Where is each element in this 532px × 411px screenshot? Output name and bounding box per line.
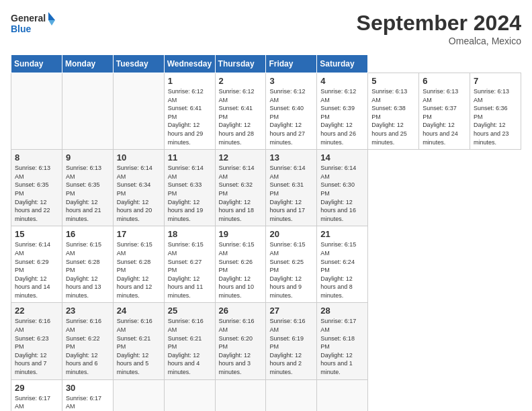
day-info: Sunrise: 6:15 AM Sunset: 6:24 PM Dayligh… xyxy=(320,240,364,300)
day-number: 1 xyxy=(168,76,212,86)
day-info: Sunrise: 6:17 AM Sunset: 6:18 PM Dayligh… xyxy=(320,317,364,376)
calendar-day-cell: 11Sunrise: 6:14 AM Sunset: 6:33 PM Dayli… xyxy=(164,150,215,226)
calendar-day-cell: 21Sunrise: 6:15 AM Sunset: 6:24 PM Dayli… xyxy=(317,226,368,303)
calendar-week-row: 15Sunrise: 6:14 AM Sunset: 6:29 PM Dayli… xyxy=(11,226,521,303)
day-number: 19 xyxy=(219,229,263,239)
calendar-day-cell: 3Sunrise: 6:12 AM Sunset: 6:40 PM Daylig… xyxy=(266,73,317,150)
header-day: Wednesday xyxy=(164,55,215,73)
day-info: Sunrise: 6:15 AM Sunset: 6:28 PM Dayligh… xyxy=(117,240,161,300)
calendar-week-row: 1Sunrise: 6:12 AM Sunset: 6:41 PM Daylig… xyxy=(11,73,521,150)
day-number: 7 xyxy=(474,76,517,86)
day-info: Sunrise: 6:15 AM Sunset: 6:27 PM Dayligh… xyxy=(168,240,212,300)
day-number: 17 xyxy=(117,229,161,239)
day-info: Sunrise: 6:14 AM Sunset: 6:31 PM Dayligh… xyxy=(269,164,313,223)
day-number: 2 xyxy=(219,76,263,86)
day-number: 20 xyxy=(269,229,313,239)
day-info: Sunrise: 6:13 AM Sunset: 6:36 PM Dayligh… xyxy=(474,87,517,146)
calendar-day-cell: 16Sunrise: 6:15 AM Sunset: 6:28 PM Dayli… xyxy=(62,226,113,303)
day-number: 27 xyxy=(269,306,313,316)
calendar-day-cell: 27Sunrise: 6:16 AM Sunset: 6:19 PM Dayli… xyxy=(266,303,317,379)
calendar-day-cell: 5Sunrise: 6:13 AM Sunset: 6:38 PM Daylig… xyxy=(368,73,419,150)
calendar-day-cell: 18Sunrise: 6:15 AM Sunset: 6:27 PM Dayli… xyxy=(164,226,215,303)
calendar-day-cell: 8Sunrise: 6:13 AM Sunset: 6:35 PM Daylig… xyxy=(11,150,62,226)
day-info: Sunrise: 6:13 AM Sunset: 6:35 PM Dayligh… xyxy=(15,164,58,223)
calendar-day-cell: 23Sunrise: 6:16 AM Sunset: 6:22 PM Dayli… xyxy=(62,303,113,379)
day-number: 25 xyxy=(168,306,212,316)
calendar-day-cell: 22Sunrise: 6:16 AM Sunset: 6:23 PM Dayli… xyxy=(11,303,62,379)
day-number: 10 xyxy=(117,152,161,163)
day-info: Sunrise: 6:15 AM Sunset: 6:28 PM Dayligh… xyxy=(66,240,109,300)
day-info: Sunrise: 6:17 AM Sunset: 6:16 PM Dayligh… xyxy=(66,394,109,411)
calendar-day-cell: 10Sunrise: 6:14 AM Sunset: 6:34 PM Dayli… xyxy=(113,150,164,226)
svg-marker-3 xyxy=(48,20,55,26)
day-number: 18 xyxy=(168,229,212,239)
logo: General Blue xyxy=(11,11,58,40)
calendar-week-row: 29Sunrise: 6:17 AM Sunset: 6:17 PM Dayli… xyxy=(11,379,521,411)
header-day: Saturday xyxy=(317,55,368,73)
calendar-day-cell: 29Sunrise: 6:17 AM Sunset: 6:17 PM Dayli… xyxy=(11,379,62,411)
day-number: 15 xyxy=(15,229,58,239)
day-info: Sunrise: 6:13 AM Sunset: 6:38 PM Dayligh… xyxy=(371,87,415,146)
day-number: 16 xyxy=(66,229,109,239)
day-number: 29 xyxy=(15,383,58,393)
calendar-week-row: 22Sunrise: 6:16 AM Sunset: 6:23 PM Dayli… xyxy=(11,303,521,379)
calendar-day-cell: 28Sunrise: 6:17 AM Sunset: 6:18 PM Dayli… xyxy=(317,303,368,379)
calendar-day-cell: 12Sunrise: 6:14 AM Sunset: 6:32 PM Dayli… xyxy=(215,150,266,226)
day-number: 5 xyxy=(371,76,415,86)
title-area: September 2024 Omealca, Mexico xyxy=(357,11,521,46)
day-info: Sunrise: 6:14 AM Sunset: 6:34 PM Dayligh… xyxy=(117,164,161,223)
day-number: 8 xyxy=(15,152,58,163)
svg-marker-2 xyxy=(48,12,55,20)
calendar-day-cell: 19Sunrise: 6:15 AM Sunset: 6:26 PM Dayli… xyxy=(215,226,266,303)
day-number: 3 xyxy=(269,76,313,86)
calendar-day-cell: 6Sunrise: 6:13 AM Sunset: 6:37 PM Daylig… xyxy=(419,73,470,150)
day-info: Sunrise: 6:16 AM Sunset: 6:21 PM Dayligh… xyxy=(117,317,161,376)
calendar-day-cell xyxy=(317,379,368,411)
day-number: 9 xyxy=(66,152,109,163)
day-number: 26 xyxy=(219,306,263,316)
calendar-day-cell: 1Sunrise: 6:12 AM Sunset: 6:41 PM Daylig… xyxy=(164,73,215,150)
day-number: 22 xyxy=(15,306,58,316)
calendar-day-cell: 2Sunrise: 6:12 AM Sunset: 6:41 PM Daylig… xyxy=(215,73,266,150)
calendar-day-cell: 30Sunrise: 6:17 AM Sunset: 6:16 PM Dayli… xyxy=(62,379,113,411)
calendar-day-cell: 26Sunrise: 6:16 AM Sunset: 6:20 PM Dayli… xyxy=(215,303,266,379)
calendar-day-cell xyxy=(113,379,164,411)
day-info: Sunrise: 6:13 AM Sunset: 6:37 PM Dayligh… xyxy=(423,87,466,146)
day-info: Sunrise: 6:12 AM Sunset: 6:41 PM Dayligh… xyxy=(219,87,263,146)
header-day: Tuesday xyxy=(113,55,164,73)
calendar-day-cell: 25Sunrise: 6:16 AM Sunset: 6:21 PM Dayli… xyxy=(164,303,215,379)
calendar-day-cell xyxy=(266,379,317,411)
day-info: Sunrise: 6:12 AM Sunset: 6:40 PM Dayligh… xyxy=(269,87,313,146)
logo-svg: General Blue xyxy=(11,11,58,40)
calendar-day-cell: 17Sunrise: 6:15 AM Sunset: 6:28 PM Dayli… xyxy=(113,226,164,303)
calendar-day-cell: 7Sunrise: 6:13 AM Sunset: 6:36 PM Daylig… xyxy=(470,73,521,150)
day-info: Sunrise: 6:14 AM Sunset: 6:29 PM Dayligh… xyxy=(15,240,58,300)
day-number: 23 xyxy=(66,306,109,316)
calendar-day-cell: 4Sunrise: 6:12 AM Sunset: 6:39 PM Daylig… xyxy=(317,73,368,150)
day-info: Sunrise: 6:16 AM Sunset: 6:21 PM Dayligh… xyxy=(168,317,212,376)
svg-text:General: General xyxy=(11,13,46,24)
calendar-day-cell xyxy=(11,73,62,150)
calendar-day-cell xyxy=(164,379,215,411)
calendar-day-cell: 14Sunrise: 6:14 AM Sunset: 6:30 PM Dayli… xyxy=(317,150,368,226)
header-day: Sunday xyxy=(11,55,62,73)
calendar-day-cell: 24Sunrise: 6:16 AM Sunset: 6:21 PM Dayli… xyxy=(113,303,164,379)
header-day: Monday xyxy=(62,55,113,73)
calendar-day-cell: 9Sunrise: 6:13 AM Sunset: 6:35 PM Daylig… xyxy=(62,150,113,226)
day-info: Sunrise: 6:14 AM Sunset: 6:33 PM Dayligh… xyxy=(168,164,212,223)
calendar-day-cell: 20Sunrise: 6:15 AM Sunset: 6:25 PM Dayli… xyxy=(266,226,317,303)
calendar-week-row: 8Sunrise: 6:13 AM Sunset: 6:35 PM Daylig… xyxy=(11,150,521,226)
day-number: 24 xyxy=(117,306,161,316)
calendar-table: SundayMondayTuesdayWednesdayThursdayFrid… xyxy=(11,54,521,411)
calendar-day-cell: 15Sunrise: 6:14 AM Sunset: 6:29 PM Dayli… xyxy=(11,226,62,303)
day-info: Sunrise: 6:16 AM Sunset: 6:19 PM Dayligh… xyxy=(269,317,313,376)
day-number: 4 xyxy=(320,76,364,86)
day-number: 6 xyxy=(423,76,466,86)
month-title: September 2024 xyxy=(357,11,521,36)
day-number: 21 xyxy=(320,229,364,239)
day-info: Sunrise: 6:16 AM Sunset: 6:23 PM Dayligh… xyxy=(15,317,58,376)
svg-text:Blue: Blue xyxy=(11,24,32,34)
day-info: Sunrise: 6:13 AM Sunset: 6:35 PM Dayligh… xyxy=(66,164,109,223)
day-number: 12 xyxy=(219,152,263,163)
day-info: Sunrise: 6:12 AM Sunset: 6:41 PM Dayligh… xyxy=(168,87,212,146)
